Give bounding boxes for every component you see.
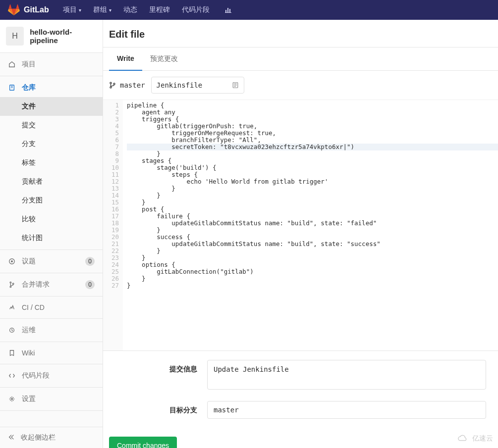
sidebar-item-repository[interactable]: 仓库 (0, 78, 103, 97)
tab-write[interactable]: Write (109, 48, 142, 71)
doc-icon (8, 84, 16, 91)
tanuki-icon (8, 4, 20, 16)
settings-icon (8, 396, 16, 402)
nav-item-0[interactable]: 项目▾ (57, 5, 87, 14)
tab-preview[interactable]: 预览更改 (142, 48, 186, 70)
sidebar-sub-item[interactable]: 提交 (0, 116, 103, 135)
svg-point-11 (12, 283, 14, 285)
sidebar-item-project[interactable]: 项目 (0, 55, 103, 74)
commit-message-input[interactable] (207, 360, 486, 390)
sidebar-label: 代码片段 (22, 371, 50, 380)
nav-item-1[interactable]: 群组▾ (87, 5, 117, 14)
wiki-icon (8, 349, 16, 356)
branch-indicator[interactable]: master (109, 81, 145, 89)
issues-icon (8, 258, 16, 265)
commit-message-label: 提交信息 (103, 360, 207, 374)
count-badge: 0 (85, 257, 95, 266)
sidebar-label: 项目 (22, 60, 36, 69)
sidebar-label: 合并请求 (22, 280, 50, 289)
page-title: Edit file (103, 29, 498, 47)
sidebar-sub-item[interactable]: 文件 (0, 97, 103, 116)
home-icon (8, 61, 16, 68)
sidebar-item[interactable]: 议题0 (0, 252, 103, 271)
project-header[interactable]: H hello-world-pipeline (0, 20, 103, 53)
commit-changes-button[interactable]: Commit changes (109, 437, 177, 448)
nav-item-4[interactable]: 代码片段 (176, 5, 216, 14)
svg-rect-2 (229, 9, 230, 12)
sidebar-label: Wiki (22, 349, 35, 357)
collapse-label: 收起侧边栏 (21, 433, 55, 442)
activity-icon[interactable] (219, 6, 238, 14)
project-name: hello-world-pipeline (30, 28, 97, 45)
cloud-icon (456, 435, 469, 443)
nav-item-2[interactable]: 动态 (117, 5, 143, 14)
svg-point-13 (11, 398, 13, 400)
sidebar-item[interactable]: 运维 (0, 321, 103, 340)
sidebar-label: 议题 (22, 257, 36, 266)
template-icon (232, 82, 239, 89)
collapse-sidebar[interactable]: 收起侧边栏 (0, 427, 103, 448)
svg-point-14 (110, 82, 111, 84)
count-badge: 0 (85, 280, 95, 289)
brand-text: GitLab (24, 5, 49, 14)
sidebar-label: 运维 (22, 326, 36, 335)
svg-rect-0 (225, 10, 226, 12)
line-gutter: 1234567891011121314151617181920212223242… (103, 100, 123, 291)
commit-form: 提交信息 目标分支 (103, 350, 498, 419)
collapse-icon (8, 434, 15, 442)
operations-icon (8, 327, 16, 334)
svg-point-10 (10, 286, 11, 288)
main-content: Edit file Write 预览更改 master Jenkinsfile … (103, 20, 498, 448)
svg-rect-1 (227, 8, 228, 12)
sidebar-sub-item[interactable]: 分支图 (0, 191, 103, 210)
sidebar: H hello-world-pipeline 项目 仓库 文件提交分支标签贡献者… (0, 20, 103, 448)
svg-point-15 (110, 87, 111, 88)
sidebar-sub-item[interactable]: 标签 (0, 153, 103, 172)
sidebar-sub-item[interactable]: 分支 (0, 135, 103, 153)
filename-value: Jenkinsfile (157, 81, 203, 89)
nav-item-3[interactable]: 里程碑 (143, 5, 176, 14)
cicd-icon (8, 304, 16, 311)
sidebar-label: 仓库 (22, 83, 36, 92)
sidebar-label: 设置 (22, 395, 36, 403)
snippets-icon (8, 372, 16, 379)
watermark-text: 亿速云 (472, 434, 493, 443)
sidebar-item[interactable]: Wiki (0, 344, 103, 362)
project-avatar: H (6, 27, 24, 46)
branch-name: master (120, 81, 145, 89)
sidebar-sub-item[interactable]: 统计图 (0, 229, 103, 248)
sidebar-sub-item[interactable]: 贡献者 (0, 172, 103, 191)
code-content[interactable]: pipeline { agent any triggers { gitlab(t… (123, 100, 498, 291)
merge-request-icon (8, 281, 16, 288)
sidebar-item[interactable]: 设置 (0, 390, 103, 408)
sidebar-item[interactable]: CI / CD (0, 299, 103, 316)
svg-point-9 (10, 282, 11, 283)
sidebar-item[interactable]: 代码片段 (0, 366, 103, 385)
branch-icon (109, 82, 116, 89)
top-navbar: GitLab 项目▾群组▾动态里程碑代码片段 (0, 0, 498, 20)
sidebar-label: CI / CD (22, 303, 45, 311)
target-branch-input[interactable] (207, 401, 486, 419)
chevron-down-icon: ▾ (79, 7, 81, 13)
svg-point-16 (113, 83, 115, 85)
chevron-down-icon: ▾ (109, 7, 111, 13)
watermark: 亿速云 (456, 434, 493, 443)
filename-input[interactable]: Jenkinsfile (151, 77, 244, 94)
sidebar-sub-item[interactable]: 比较 (0, 210, 103, 229)
gitlab-logo[interactable]: GitLab (8, 4, 49, 16)
editor-tabs: Write 预览更改 (103, 48, 498, 71)
svg-point-8 (11, 261, 13, 262)
code-editor[interactable]: 1234567891011121314151617181920212223242… (103, 100, 498, 291)
target-branch-label: 目标分支 (103, 401, 207, 415)
sidebar-item[interactable]: 合并请求0 (0, 275, 103, 294)
